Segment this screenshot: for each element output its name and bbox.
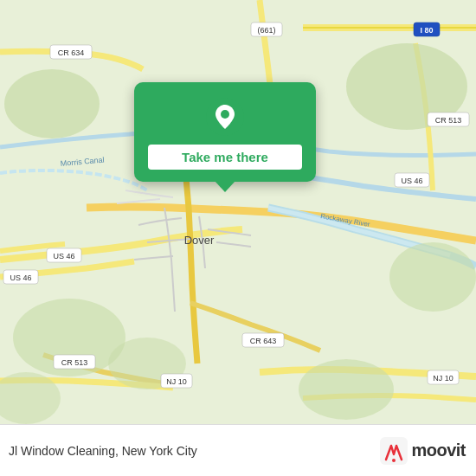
svg-point-5: [299, 359, 394, 420]
svg-text:US 46: US 46: [401, 177, 422, 185]
svg-text:(661): (661): [257, 26, 275, 35]
location-pin-icon: [206, 98, 244, 136]
svg-point-34: [221, 110, 229, 119]
svg-text:US 46: US 46: [10, 273, 31, 282]
svg-text:NJ 10: NJ 10: [166, 377, 187, 386]
svg-text:I 80: I 80: [420, 26, 433, 35]
moovit-text: moovit: [411, 441, 466, 460]
moovit-logo: moovit: [380, 437, 466, 465]
svg-text:US 46: US 46: [53, 252, 74, 261]
map-view[interactable]: CR 634 I 80 (661) CR 513 US 46 US 46 US …: [0, 0, 476, 424]
svg-text:CR 643: CR 643: [250, 337, 277, 345]
location-popup-card[interactable]: Take me there: [134, 82, 316, 182]
take-me-there-button[interactable]: Take me there: [148, 145, 302, 170]
svg-text:CR 513: CR 513: [61, 358, 88, 367]
moovit-brand-icon: [380, 437, 408, 465]
bottom-bar: Jl Window Cleaning, New York City moovit: [0, 424, 476, 476]
svg-point-3: [389, 242, 476, 312]
location-info: Jl Window Cleaning, New York City: [9, 444, 197, 458]
location-name: Jl Window Cleaning, New York City: [9, 444, 197, 458]
map-svg: CR 634 I 80 (661) CR 513 US 46 US 46 US …: [0, 0, 476, 424]
svg-text:CR 634: CR 634: [58, 48, 85, 57]
svg-text:Dover: Dover: [184, 234, 215, 247]
svg-point-36: [392, 459, 396, 462]
svg-text:CR 513: CR 513: [435, 116, 462, 125]
svg-point-1: [4, 69, 100, 138]
svg-text:NJ 10: NJ 10: [433, 374, 453, 383]
